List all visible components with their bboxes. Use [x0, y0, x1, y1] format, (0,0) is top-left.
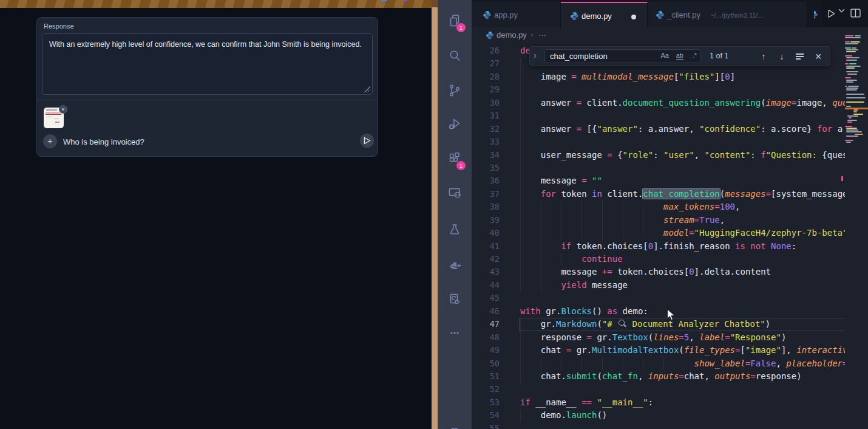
- regex-toggle[interactable]: .*: [693, 52, 697, 59]
- editor-group: app.py demo.py _client.py ~: [472, 0, 868, 429]
- minimap-line: [846, 51, 856, 52]
- tab-label: app.py: [494, 10, 518, 19]
- run-button[interactable]: [826, 9, 836, 19]
- code-line: 41 if token.choices[0].finish_reason is …: [472, 240, 845, 253]
- line-number: 33: [472, 136, 500, 148]
- minimap-line: [845, 41, 850, 43]
- breadcrumb-separator: ›: [531, 30, 533, 39]
- tab-label: _client.py: [667, 10, 700, 19]
- sidebar-item-remote-explorer[interactable]: [440, 178, 469, 207]
- window-edge-strip: [432, 0, 438, 429]
- line-number: 51: [472, 370, 500, 383]
- line-number: 45: [472, 292, 500, 304]
- sidebar-item-more[interactable]: [440, 318, 469, 348]
- minimap-line: [847, 122, 852, 123]
- minimap-line: [847, 115, 858, 117]
- minimap[interactable]: [845, 27, 868, 429]
- sidebar-item-source-control[interactable]: [440, 76, 469, 105]
- minimap-line: [853, 109, 858, 111]
- code-line: 52: [472, 383, 845, 396]
- breadcrumb-file[interactable]: demo.py: [497, 30, 527, 39]
- code-line: 28 image = multimodal_message["files"][0…: [472, 70, 845, 83]
- vscode-window: 1: [438, 0, 868, 429]
- sidebar-item-account[interactable]: [440, 414, 469, 429]
- find-input-box: Aa ab .*: [544, 49, 701, 63]
- sidebar-item-run-debug[interactable]: [440, 109, 469, 139]
- minimap-line: [845, 37, 861, 38]
- debug-icon: [447, 117, 462, 131]
- send-button[interactable]: [360, 134, 374, 148]
- overview-ruler-mark: [841, 176, 843, 181]
- clipped-tab-python-icon: [814, 10, 819, 20]
- find-previous-button[interactable]: ↑: [757, 50, 770, 63]
- minimap-line: [845, 126, 852, 127]
- send-icon: [364, 137, 371, 145]
- code-line: 54 demo.launch(): [472, 409, 845, 422]
- code-line: 51 chat.submit(chat_fn, inputs=chat, out…: [472, 370, 845, 383]
- tab-app-py[interactable]: app.py: [472, 2, 561, 27]
- minimap-line: [853, 111, 857, 112]
- find-results-count: 1 of 1: [710, 52, 728, 60]
- minimap-line: [846, 80, 857, 81]
- browser-bar-speck: [404, 0, 407, 1]
- python-icon: [570, 12, 579, 21]
- code-line: 40 model="HuggingFaceH4/zephyr-7b-beta",: [472, 227, 845, 239]
- whole-word-toggle[interactable]: ab: [676, 52, 683, 60]
- browser-bar-speck: [381, 0, 387, 1]
- response-textarea[interactable]: With an extremely high level of confiden…: [42, 33, 373, 95]
- tab-label: demo.py: [581, 12, 612, 21]
- find-close-button[interactable]: ✕: [812, 50, 825, 63]
- match-case-toggle[interactable]: Aa: [661, 52, 669, 59]
- run-dropdown-chevron-icon[interactable]: [838, 9, 845, 13]
- minimap-line: [845, 63, 849, 64]
- find-input[interactable]: [550, 50, 644, 63]
- tab-description: ~/.../python3.11/...: [710, 12, 764, 19]
- sidebar-item-testing[interactable]: [440, 215, 469, 244]
- minimap-line: [845, 43, 858, 44]
- modified-dot-icon[interactable]: [631, 15, 636, 19]
- search-icon: [447, 49, 462, 63]
- minimap-line: [846, 142, 851, 143]
- find-expand-chevron-icon[interactable]: ›: [534, 50, 537, 60]
- line-number: 53: [472, 396, 500, 409]
- minimap-line: [846, 71, 858, 72]
- breadcrumb-more[interactable]: …: [538, 29, 546, 38]
- code-editor[interactable]: 26def chat_fn(multimodal_message, questi…: [472, 43, 845, 429]
- sidebar-item-search[interactable]: [440, 41, 469, 70]
- line-number: 38: [472, 201, 500, 213]
- minimap-line: [846, 49, 858, 50]
- minimap-line: [845, 35, 853, 36]
- minimap-line: [846, 97, 866, 98]
- gradio-app-pane: Response With an extremely high level of…: [0, 0, 432, 429]
- sidebar-item-task-runner[interactable]: [440, 285, 469, 314]
- minimap-line: [852, 47, 856, 49]
- find-widget: › Aa ab .* 1 of 1 ↑ ↓ ✕: [529, 46, 830, 66]
- minimap-line: [855, 35, 861, 36]
- code-line: 34 user_message = {"role": "user", "cont…: [472, 149, 845, 162]
- tab-demo-py[interactable]: demo.py: [561, 2, 648, 27]
- minimap-line: [846, 94, 864, 95]
- resize-handle[interactable]: [364, 86, 370, 92]
- sidebar-item-extensions[interactable]: 1: [440, 144, 469, 173]
- add-file-button[interactable]: +: [43, 134, 57, 148]
- python-icon: [656, 10, 665, 19]
- minimap-line: [846, 131, 862, 132]
- line-number: 39: [472, 214, 500, 227]
- line-number: 29: [472, 83, 500, 96]
- code-line: 32 answer = [{"answer": a.answer, "confi…: [472, 123, 845, 136]
- thumbnail-close-button[interactable]: ×: [59, 105, 67, 114]
- code-line: 45: [472, 292, 845, 304]
- tab-client-py[interactable]: _client.py ~/.../python3.11/...: [648, 2, 807, 27]
- sidebar-item-docker[interactable]: [440, 251, 469, 280]
- minimap-line: [847, 74, 857, 75]
- find-next-button[interactable]: ↓: [775, 50, 788, 63]
- line-number: 31: [472, 109, 500, 122]
- chat-input[interactable]: Who is being invoiced?: [63, 137, 144, 146]
- line-number: 35: [472, 162, 500, 174]
- split-editor-button[interactable]: [850, 9, 861, 18]
- account-icon: [447, 422, 462, 429]
- find-in-selection-button[interactable]: [793, 50, 807, 63]
- editor-actions: [822, 0, 868, 27]
- line-number: 54: [472, 409, 500, 422]
- sidebar-item-explorer[interactable]: 1: [440, 6, 469, 35]
